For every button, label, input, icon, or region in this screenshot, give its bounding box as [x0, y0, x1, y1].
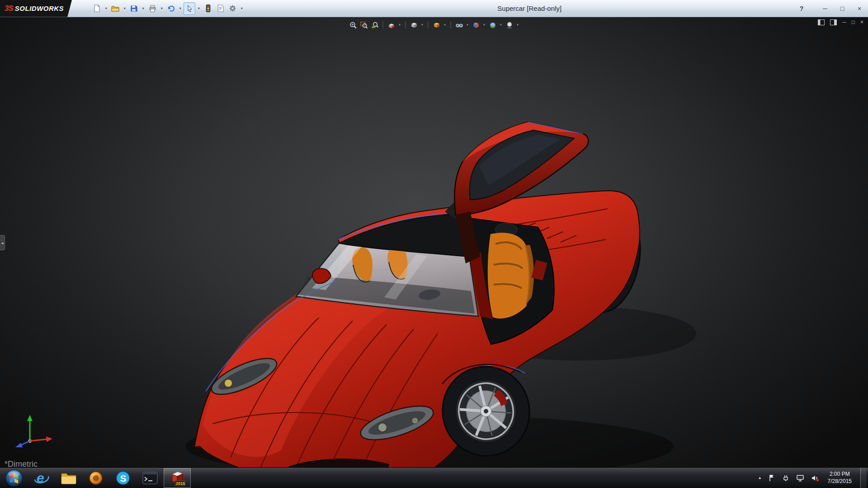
zoom-to-area-icon	[360, 21, 368, 29]
zoom-to-fit-button[interactable]	[349, 20, 358, 29]
solidworks-app-icon: 2015	[169, 470, 185, 486]
skype-letter: S	[120, 473, 126, 483]
restore-document-button[interactable]: □	[852, 19, 855, 25]
file-properties-icon	[217, 5, 224, 12]
edit-appearance-button[interactable]	[472, 20, 481, 29]
taskbar-solidworks-2015[interactable]: 2015	[164, 468, 191, 488]
show-desktop-button[interactable]	[860, 468, 866, 488]
save-button[interactable]	[128, 2, 140, 15]
save-floppy-icon	[130, 5, 137, 12]
new-document-button[interactable]	[91, 2, 103, 15]
headsup-view-toolbar: ▾ ▾ ▾ ▾ ▾ ▾ ▾	[346, 19, 523, 30]
apply-scene-dropdown[interactable]: ▾	[499, 23, 503, 27]
hide-show-glasses-icon	[455, 21, 463, 29]
hide-show-items-button[interactable]	[455, 20, 464, 29]
power-plug-icon[interactable]	[782, 474, 790, 482]
media-player-icon	[88, 470, 104, 486]
command-prompt-icon	[142, 471, 158, 485]
zoom-to-fit-icon	[349, 21, 357, 29]
select-cursor-icon	[186, 5, 193, 12]
network-monitor-icon[interactable]	[796, 474, 805, 482]
zoom-to-area-button[interactable]	[359, 20, 368, 29]
taskbar: e S	[0, 467, 868, 488]
section-view-dropdown[interactable]: ▾	[398, 23, 402, 27]
select-tool-button[interactable]	[184, 2, 195, 15]
view-settings-dropdown[interactable]: ▾	[516, 23, 520, 27]
skype-icon: S	[115, 470, 131, 486]
maximize-window-button[interactable]: □	[838, 5, 846, 12]
taskbar-internet-explorer[interactable]: e	[28, 468, 55, 488]
tray-clock[interactable]: 2:00 PM 7/28/2015	[825, 471, 854, 485]
view-settings-icon	[505, 21, 513, 29]
section-view-button[interactable]	[387, 20, 396, 29]
solidworks-logo-mark-icon: 3S	[5, 4, 13, 13]
undo-dropdown[interactable]: ▾	[177, 6, 183, 10]
hud-separator	[383, 21, 383, 28]
undo-button[interactable]	[165, 2, 177, 15]
edit-appearance-dropdown[interactable]: ▾	[482, 23, 486, 27]
previous-view-icon	[371, 21, 378, 29]
volume-icon[interactable]	[811, 474, 819, 482]
print-icon	[149, 5, 156, 12]
hud-separator	[451, 21, 451, 28]
taskbar-command-prompt[interactable]	[137, 468, 164, 488]
taskbar-media-player[interactable]	[82, 468, 109, 488]
tray-time: 2:00 PM	[828, 471, 852, 478]
print-dropdown[interactable]: ▾	[159, 6, 165, 10]
close-window-button[interactable]: ×	[855, 5, 863, 12]
options-dropdown[interactable]: ▾	[239, 6, 245, 10]
edit-appearance-icon	[472, 21, 480, 29]
hud-separator	[428, 21, 429, 28]
hide-show-items-dropdown[interactable]: ▾	[466, 23, 470, 27]
new-document-dropdown[interactable]: ▾	[103, 6, 109, 10]
undo-arrow-icon	[167, 5, 175, 12]
solidworks-logo: 3S SOLIDWORKS	[0, 0, 72, 17]
new-document-icon	[93, 5, 101, 12]
tray-expand-chevron[interactable]: ▲	[758, 476, 762, 480]
minimize-window-button[interactable]: ─	[821, 5, 829, 12]
view-orientation-cube-icon	[410, 21, 418, 29]
titlebar: 3S SOLIDWORKS ▾ ▾ ▾ ▾ ▾ ▾	[0, 0, 868, 17]
internet-explorer-icon: e	[33, 470, 50, 486]
view-orientation-button[interactable]	[410, 20, 419, 29]
panel-arrow-icon: ◀	[1, 241, 4, 244]
view-orientation-label: *Dimetric	[5, 460, 38, 467]
minimize-document-button[interactable]: ─	[842, 19, 846, 25]
view-orientation-dropdown[interactable]: ▾	[420, 23, 425, 27]
options-button[interactable]	[226, 2, 238, 15]
open-button[interactable]	[109, 2, 121, 15]
taskbar-skype[interactable]: S	[109, 468, 137, 488]
display-style-button[interactable]	[432, 20, 441, 29]
view-settings-button[interactable]	[505, 20, 514, 29]
window-controls: ? ─ □ ×	[797, 0, 863, 17]
viewport-canvas[interactable]: ▾ ▾ ▾ ▾ ▾ ▾ ▾ ─ □ ×	[0, 17, 868, 467]
close-document-button[interactable]: ×	[860, 19, 863, 25]
featuremanager-collapse-tab[interactable]: ◀	[0, 235, 5, 250]
file-properties-button[interactable]	[214, 2, 226, 15]
open-folder-icon	[111, 5, 119, 12]
rebuild-button[interactable]	[202, 2, 214, 15]
apply-scene-button[interactable]	[488, 20, 497, 29]
split-pane-right-icon[interactable]	[830, 19, 837, 25]
standard-toolbar: ▾ ▾ ▾ ▾ ▾ ▾ ▾	[91, 2, 245, 15]
start-button[interactable]	[0, 468, 28, 488]
display-style-dropdown[interactable]: ▾	[443, 23, 447, 27]
print-button[interactable]	[146, 2, 158, 15]
solidworks-logo-text: SOLIDWORKS	[15, 5, 64, 12]
solidworks-year-badge: 2015	[176, 481, 185, 486]
action-center-flag-icon[interactable]	[768, 474, 776, 482]
driver-seat	[488, 233, 530, 319]
previous-view-button[interactable]	[370, 20, 379, 29]
save-dropdown[interactable]: ▾	[140, 6, 146, 10]
coordinate-triad	[11, 410, 54, 448]
taskbar-windows-explorer[interactable]	[55, 468, 82, 488]
split-pane-left-icon[interactable]	[818, 19, 825, 25]
open-dropdown[interactable]: ▾	[122, 6, 127, 10]
apply-scene-icon	[489, 21, 496, 29]
folder-icon	[61, 471, 77, 485]
document-title: Supercar [Read-only]	[497, 0, 561, 17]
windows-start-orb-icon	[5, 469, 23, 487]
select-tool-dropdown[interactable]: ▾	[196, 6, 202, 10]
help-icon[interactable]: ?	[797, 5, 806, 12]
options-gear-icon	[229, 5, 236, 12]
